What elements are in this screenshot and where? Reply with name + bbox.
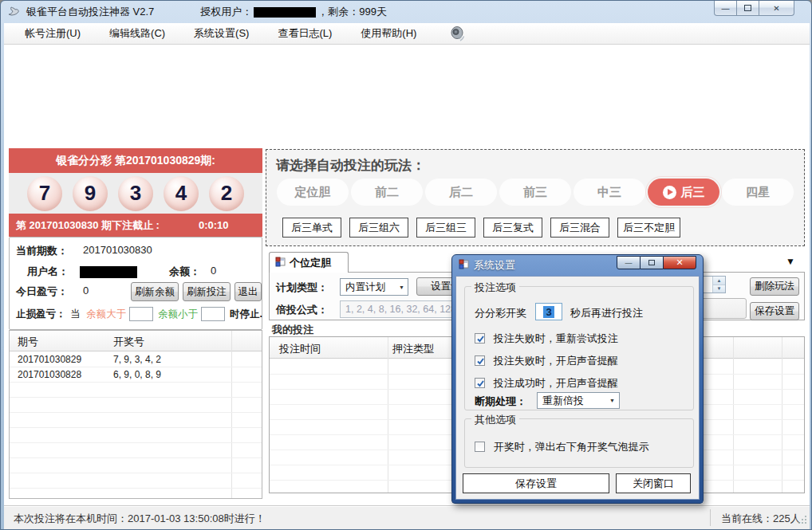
- history-col-period: 期号: [18, 335, 38, 349]
- retry-on-fail-label: 投注失败时，重新尝试投注: [494, 332, 618, 344]
- ball-4: 4: [164, 176, 199, 211]
- titlebar: 银雀平台自动投注神器 V2.7 授权用户： ，剩余：999天 — ✕: [1, 1, 811, 23]
- bets-col-time: 投注时间: [279, 342, 321, 356]
- table-row[interactable]: 201701030828 6, 9, 0, 8, 9: [10, 367, 262, 383]
- game-sixing[interactable]: 四星: [722, 179, 794, 206]
- form-icon: [459, 259, 469, 272]
- history-period-value: 201701030829: [18, 354, 81, 365]
- menu-view-logs[interactable]: 查看日志(L): [268, 23, 341, 44]
- resize-grip[interactable]: [798, 515, 807, 527]
- dialog-titlebar[interactable]: 系统设置 — ✕: [452, 255, 703, 276]
- subgame-hou3hunhe[interactable]: 后三混合: [550, 218, 609, 238]
- maximize-button[interactable]: [737, 1, 759, 16]
- menu-help[interactable]: 使用帮助(H): [351, 23, 426, 44]
- menu-edit-line[interactable]: 编辑线路(C): [100, 23, 175, 44]
- refresh-balance-button[interactable]: 刷新余额: [131, 282, 179, 301]
- plan-type-select[interactable]: 内置计划 ▼: [340, 278, 408, 296]
- stepper-down-icon[interactable]: ▼: [713, 285, 725, 293]
- game-qian3[interactable]: 前三: [499, 179, 571, 206]
- plan-type-label: 计划类型：: [276, 281, 328, 295]
- game-type-row: 定位胆 前二 后二 前三 中三 后三 四星: [277, 179, 794, 206]
- balance-greater-input[interactable]: [129, 307, 153, 321]
- form-icon: [275, 257, 286, 269]
- balance-less-input[interactable]: [201, 307, 225, 321]
- bets-col-type: 押注类型: [392, 342, 434, 356]
- menu-system-settings[interactable]: 系统设置(S): [184, 23, 258, 44]
- history-period-value: 201701030828: [18, 369, 81, 380]
- ball-5: 2: [209, 176, 244, 211]
- subgame-hou3danshi[interactable]: 后三单式: [282, 218, 341, 238]
- delete-play-button[interactable]: 删除玩法: [750, 277, 799, 296]
- subgame-hou3budingdan[interactable]: 后三不定胆: [617, 218, 680, 238]
- lottery-header: 银雀分分彩 第201701030829期:: [9, 148, 262, 173]
- sound-on-success-label: 投注成功时，开启声音提醒: [494, 377, 618, 389]
- stepper-up-icon[interactable]: ▲: [713, 277, 725, 285]
- game-hou3-selected[interactable]: 后三: [648, 179, 719, 206]
- tab-label: 个位定胆: [290, 256, 331, 270]
- balance-less-label: 余额小于: [158, 308, 198, 321]
- stoploss-suffix: 时停止.: [230, 308, 262, 321]
- formula-value: 1, 2, 4, 8, 16, 32, 64, 128: [345, 304, 456, 315]
- window-title: 银雀平台自动投注神器 V2.7: [26, 5, 154, 19]
- lottery-panel: 银雀分分彩 第201701030829期: 7 9 3 4 2 第 201701…: [9, 148, 262, 499]
- subgame-hou3zu6[interactable]: 后三组六: [349, 218, 408, 238]
- profit-value: 0: [83, 285, 89, 296]
- close-window-button[interactable]: 关闭窗口: [616, 473, 691, 493]
- dialog-minimize-button[interactable]: —: [617, 256, 641, 269]
- system-settings-dialog: 系统设置 — ✕ 投注选项 分分彩开奖 3 秒后再进行投注 投注失败时，重新尝试…: [451, 254, 704, 504]
- chevron-down-icon: ▼: [609, 398, 615, 403]
- game-zhong3[interactable]: 中三: [574, 179, 645, 206]
- profit-label: 今日盈亏：: [16, 285, 68, 299]
- game-select-panel: 请选择自动投注的玩法： 定位胆 前二 后二 前三 中三 后三 四星 后三单式 后…: [266, 149, 805, 246]
- period-value: 201701030830: [83, 244, 152, 256]
- refresh-bets-button[interactable]: 刷新投注: [183, 282, 231, 301]
- stepper-arrows[interactable]: ▲▼: [712, 277, 725, 292]
- game-qian2[interactable]: 前二: [351, 179, 423, 206]
- account-info-panel: 当前期数： 201701030830 用户名： 余额： 0 今日盈亏： 0 刷新…: [9, 237, 262, 330]
- dialog-close-button[interactable]: ✕: [663, 256, 696, 269]
- online-count-status: 当前在线：225人: [721, 512, 801, 526]
- my-bets-title: 我的投注: [272, 323, 313, 337]
- speaker-icon[interactable]: [448, 24, 467, 43]
- countdown-bar: 第 201701030830 期下注截止 : 0:0:10: [9, 214, 262, 237]
- auth-days-remaining: ，剩余：999天: [317, 5, 387, 19]
- break-period-select[interactable]: 重新倍投 ▼: [537, 392, 620, 409]
- subgame-hou3zu3[interactable]: 后三组三: [416, 218, 475, 238]
- table-row[interactable]: 201701030829 7, 9, 3, 4, 2: [10, 352, 262, 367]
- sound-on-fail-checkbox[interactable]: [475, 355, 485, 366]
- history-table: 期号 开奖号 201701030829 7, 9, 3, 4, 2 201701…: [9, 330, 262, 499]
- status-divider: [710, 509, 711, 526]
- collapse-arrow-icon[interactable]: ▼: [786, 256, 795, 267]
- ball-1: 7: [27, 176, 62, 211]
- auth-user-label: 授权用户：: [200, 5, 252, 19]
- play-icon: [663, 186, 676, 199]
- delay-seconds-input[interactable]: 3: [535, 303, 562, 320]
- tab-gewei-dingdan[interactable]: 个位定胆: [269, 252, 349, 273]
- save-settings-button[interactable]: 保存设置: [463, 473, 609, 493]
- save-play-settings-button[interactable]: 保存设置: [750, 302, 799, 320]
- menu-account-register[interactable]: 帐号注册(U): [15, 23, 90, 44]
- bubble-notify-checkbox[interactable]: [475, 442, 485, 452]
- subgame-hou3fushi[interactable]: 后三复式: [483, 218, 542, 238]
- sub-game-row: 后三单式 后三组六 后三组三 后三复式 后三混合 后三不定胆: [282, 218, 680, 238]
- ball-3: 3: [118, 176, 153, 211]
- username-label: 用户名：: [27, 265, 69, 279]
- game-dingweidan[interactable]: 定位胆: [277, 179, 349, 206]
- exit-button[interactable]: 退出: [235, 282, 262, 301]
- retry-on-fail-checkbox[interactable]: [475, 333, 485, 344]
- countdown-label: 第 201701030830 期下注截止 :: [16, 214, 160, 237]
- bet-options-group-label: 投注选项: [471, 281, 519, 295]
- history-numbers-value: 7, 9, 3, 4, 2: [113, 354, 161, 365]
- history-numbers-value: 6, 9, 0, 8, 9: [113, 369, 161, 380]
- close-button[interactable]: ✕: [759, 1, 794, 16]
- other-options-group: 其他选项 开奖时，弹出右下角开奖气泡提示: [464, 418, 694, 468]
- dialog-maximize-button[interactable]: [641, 256, 663, 269]
- sound-on-success-checkbox[interactable]: [475, 378, 485, 388]
- minimize-button[interactable]: —: [714, 1, 737, 16]
- game-hou2[interactable]: 后二: [425, 179, 497, 206]
- history-rows: 201701030829 7, 9, 3, 4, 2 201701030828 …: [10, 352, 262, 498]
- history-col-numbers: 开奖号: [113, 335, 144, 349]
- break-period-value: 重新倍投: [542, 394, 584, 408]
- formula-label: 倍投公式：: [276, 303, 328, 317]
- delay-prefix-label: 分分彩开奖: [475, 307, 526, 319]
